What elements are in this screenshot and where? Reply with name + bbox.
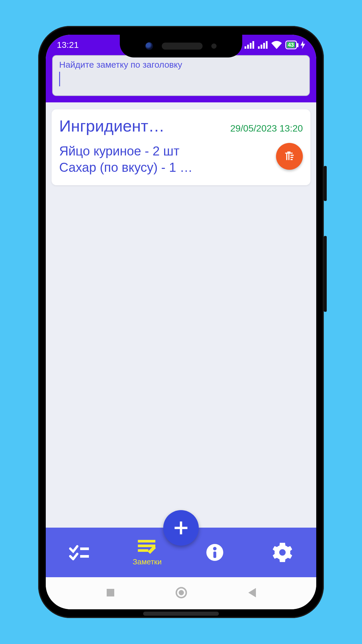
note-timestamp: 29/05/2023 13:20 xyxy=(230,123,303,134)
hw-button xyxy=(324,166,327,201)
search-label: Найдите заметку по заголовку xyxy=(59,60,303,70)
note-preview: Яйцо куриное - 2 шт Сахар (по вкусу) - 1… xyxy=(59,143,270,176)
signal-icon xyxy=(245,41,254,49)
tab-checklist[interactable] xyxy=(46,545,113,560)
speaker-grille xyxy=(162,43,203,50)
plus-icon xyxy=(172,519,190,537)
phone-chin xyxy=(143,612,219,616)
tab-settings[interactable] xyxy=(249,543,316,562)
add-note-fab[interactable] xyxy=(163,510,199,546)
wifi-icon xyxy=(271,41,282,49)
android-recent-button[interactable] xyxy=(105,587,116,599)
signal-icon xyxy=(258,41,268,49)
svg-rect-14 xyxy=(80,555,89,558)
android-nav-bar xyxy=(46,577,316,609)
charging-icon xyxy=(301,41,305,49)
svg-rect-20 xyxy=(213,552,216,558)
svg-rect-13 xyxy=(80,547,89,550)
svg-rect-4 xyxy=(258,46,260,49)
trash-icon xyxy=(283,150,296,163)
svg-rect-8 xyxy=(291,155,294,156)
svg-point-19 xyxy=(213,547,217,550)
delete-note-button[interactable] xyxy=(276,143,303,170)
svg-rect-7 xyxy=(266,41,268,49)
screen: 13:21 43 xyxy=(46,35,316,609)
svg-rect-17 xyxy=(138,549,148,552)
status-time: 13:21 xyxy=(57,40,79,50)
tab-info[interactable] xyxy=(181,543,249,561)
android-back-button[interactable] xyxy=(247,587,257,600)
android-home-button[interactable] xyxy=(175,587,187,600)
svg-rect-2 xyxy=(250,43,252,49)
svg-rect-0 xyxy=(245,46,246,49)
note-title: Ингридиент… xyxy=(59,116,165,135)
svg-rect-9 xyxy=(291,157,293,158)
info-icon xyxy=(206,543,224,561)
search-input[interactable] xyxy=(60,71,303,87)
svg-rect-10 xyxy=(291,159,293,160)
phone-frame: 13:21 43 xyxy=(38,26,324,618)
tab-notes-label: Заметки xyxy=(133,557,161,566)
note-card[interactable]: Ингридиент… 29/05/2023 13:20 Яйцо курино… xyxy=(52,109,310,185)
notes-icon xyxy=(137,539,158,555)
svg-rect-21 xyxy=(107,589,114,596)
svg-point-23 xyxy=(179,590,184,595)
battery-icon: 43 xyxy=(285,41,297,49)
sensor-dot xyxy=(211,43,217,49)
bottom-nav: Заметки xyxy=(46,528,316,577)
hw-button xyxy=(324,236,327,312)
search-box[interactable]: Найдите заметку по заголовку xyxy=(52,55,310,96)
battery-pct: 43 xyxy=(287,42,295,48)
notes-list[interactable]: Ингридиент… 29/05/2023 13:20 Яйцо курино… xyxy=(46,102,316,528)
checklist-icon xyxy=(69,545,90,560)
app-root: Найдите заметку по заголовку Ингридиент…… xyxy=(46,55,316,609)
svg-rect-5 xyxy=(261,45,262,49)
camera-dot xyxy=(145,42,153,50)
search-area: Найдите заметку по заголовку xyxy=(46,55,316,102)
svg-rect-12 xyxy=(175,527,187,529)
svg-rect-1 xyxy=(247,45,249,49)
status-icons: 43 xyxy=(245,41,305,49)
svg-rect-3 xyxy=(252,41,254,49)
notch xyxy=(120,35,242,57)
svg-rect-6 xyxy=(263,43,265,49)
gear-icon xyxy=(273,543,292,562)
svg-rect-15 xyxy=(138,540,155,542)
